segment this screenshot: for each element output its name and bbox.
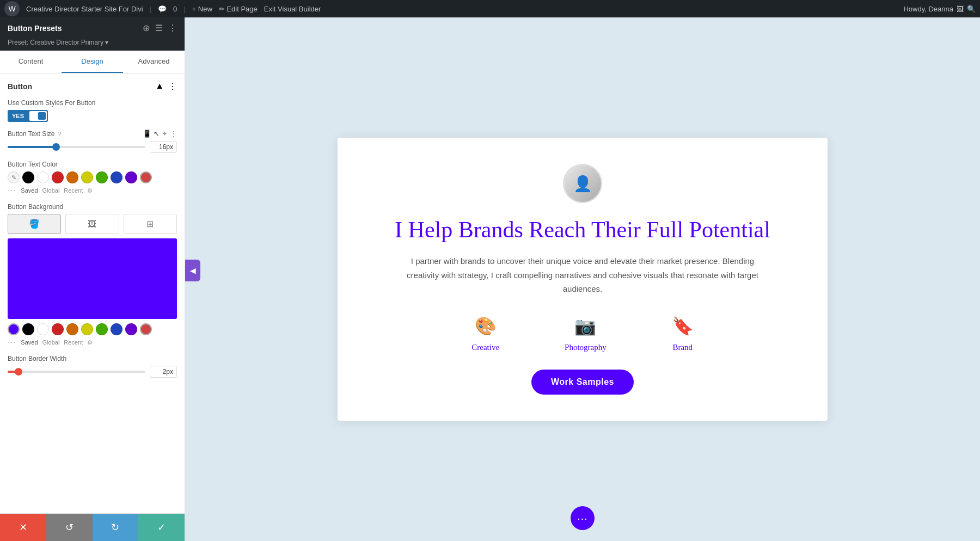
text-color-saved[interactable]: Saved bbox=[21, 187, 38, 194]
tab-design[interactable]: Design bbox=[62, 51, 123, 73]
preset-label[interactable]: Preset: Creative Director Primary ▾ bbox=[8, 39, 108, 46]
button-border-width-text: Button Border Width bbox=[8, 355, 66, 362]
app-container: Button Presets ⊕ ☰ ⋮ Preset: Creative Di… bbox=[0, 0, 980, 541]
section-more-icon[interactable]: ⋮ bbox=[168, 81, 177, 91]
section-title: Button bbox=[8, 82, 32, 91]
button-background-label: Button Background bbox=[8, 203, 177, 211]
bg-swatch-yellow[interactable] bbox=[81, 323, 93, 335]
left-panel: Button Presets ⊕ ☰ ⋮ Preset: Creative Di… bbox=[0, 17, 185, 541]
text-color-cog[interactable]: ⚙ bbox=[87, 187, 93, 194]
color-swatch-blue[interactable] bbox=[111, 171, 122, 183]
save-button[interactable]: ✓ bbox=[138, 514, 185, 541]
border-slider-row bbox=[8, 366, 177, 378]
photography-icon: 📷 bbox=[574, 316, 596, 336]
eyedropper-swatch[interactable]: ✎ bbox=[8, 171, 20, 183]
bg-swatch-white[interactable] bbox=[37, 323, 49, 335]
wp-admin-bar: W Creative Director Starter Site For Div… bbox=[0, 0, 980, 17]
panel-header-icons: ⊕ ☰ ⋮ bbox=[143, 23, 177, 33]
avatar-image: 👤 bbox=[563, 164, 602, 203]
new-button[interactable]: + New bbox=[192, 5, 212, 13]
floating-dots-button[interactable]: ··· bbox=[571, 506, 595, 530]
bg-color-global[interactable]: Global bbox=[42, 339, 60, 346]
tab-advanced[interactable]: Advanced bbox=[123, 51, 185, 73]
icon-item-brand: 🔖 Brand bbox=[672, 316, 694, 352]
text-size-value-input[interactable] bbox=[150, 141, 177, 153]
search-icon[interactable]: 🔍 bbox=[967, 5, 976, 13]
creative-icon: 🎨 bbox=[475, 316, 497, 336]
exit-visual-builder-button[interactable]: Exit Visual Builder bbox=[264, 5, 321, 13]
bg-swatch-black[interactable] bbox=[22, 323, 34, 335]
border-width-value-input[interactable] bbox=[150, 366, 177, 378]
panel-content: Button ▲ ⋮ Use Custom Styles For Button … bbox=[0, 73, 185, 513]
reset-button[interactable]: ↺ bbox=[46, 514, 93, 541]
button-background-field: Button Background 🪣 🖼 ⊞ bbox=[8, 203, 177, 347]
mobile-icon[interactable]: 📱 bbox=[143, 130, 151, 138]
comment-count[interactable]: 0 bbox=[173, 5, 177, 13]
bg-type-gradient-btn[interactable]: ⊞ bbox=[124, 214, 177, 234]
panel-grid-icon[interactable]: ☰ bbox=[155, 23, 163, 33]
bg-color-meta: ··· Saved Global Recent ⚙ bbox=[8, 337, 177, 347]
button-text-size-field: Button Text Size ? 📱 ↖ ✦ ⋮ bbox=[8, 130, 177, 153]
page-preview: 👤 I Help Brands Reach Their Full Potenti… bbox=[185, 17, 980, 541]
text-color-global[interactable]: Global bbox=[42, 187, 60, 194]
button-border-width-label: Button Border Width bbox=[8, 355, 177, 362]
panel-toggle-tab[interactable]: ◀ bbox=[185, 260, 200, 281]
custom-styles-row: Use Custom Styles For Button YES bbox=[8, 99, 177, 122]
pin-icon[interactable]: ✦ bbox=[162, 130, 168, 138]
section-collapse-icon[interactable]: ▲ bbox=[155, 81, 164, 91]
bg-color-saved[interactable]: Saved bbox=[21, 339, 38, 346]
avatar: 🖼 bbox=[957, 5, 964, 13]
color-swatch-white[interactable] bbox=[37, 171, 49, 183]
tab-content[interactable]: Content bbox=[0, 51, 62, 73]
color-swatch-red[interactable] bbox=[52, 171, 64, 183]
bg-swatch-purple[interactable] bbox=[125, 323, 137, 335]
text-color-more-dots[interactable]: ··· bbox=[8, 186, 16, 195]
text-size-slider-track[interactable] bbox=[8, 146, 145, 148]
bg-swatch-red[interactable] bbox=[52, 323, 64, 335]
history-button[interactable]: ↻ bbox=[93, 514, 139, 541]
bg-swatch-custom[interactable] bbox=[140, 323, 152, 335]
bg-type-image-btn[interactable]: 🖼 bbox=[65, 214, 119, 234]
color-swatch-yellow[interactable] bbox=[81, 171, 93, 183]
section-heading: Button ▲ ⋮ bbox=[8, 81, 177, 91]
bg-swatch-purple-active[interactable] bbox=[8, 323, 20, 335]
bg-color-more-dots[interactable]: ··· bbox=[8, 337, 16, 347]
color-swatch-green[interactable] bbox=[96, 171, 108, 183]
bg-swatch-green[interactable] bbox=[96, 323, 108, 335]
bg-color-preview[interactable] bbox=[8, 238, 177, 319]
text-size-slider-fill bbox=[8, 146, 56, 148]
color-swatch-custom[interactable] bbox=[140, 171, 152, 183]
help-icon[interactable]: ? bbox=[58, 131, 62, 137]
discard-button[interactable]: ✕ bbox=[0, 514, 46, 541]
text-color-palette: ✎ bbox=[8, 171, 177, 183]
brand-icon: 🔖 bbox=[672, 316, 694, 336]
bg-color-cog[interactable]: ⚙ bbox=[87, 339, 93, 346]
border-slider-track[interactable] bbox=[8, 371, 145, 373]
color-swatch-orange[interactable] bbox=[66, 171, 78, 183]
custom-styles-toggle[interactable]: YES bbox=[8, 110, 48, 122]
bg-color-recent[interactable]: Recent bbox=[64, 339, 83, 346]
color-swatch-black[interactable] bbox=[22, 171, 34, 183]
bg-swatch-orange[interactable] bbox=[66, 323, 78, 335]
bg-type-fill-btn[interactable]: 🪣 bbox=[8, 214, 61, 234]
wp-logo-icon[interactable]: W bbox=[4, 1, 20, 16]
text-color-recent[interactable]: Recent bbox=[64, 187, 83, 194]
panel-more-icon[interactable]: ⋮ bbox=[168, 23, 177, 33]
panel-expand-icon[interactable]: ⊕ bbox=[143, 23, 150, 33]
site-name[interactable]: Creative Director Starter Site For Divi bbox=[26, 5, 143, 13]
dots-icon[interactable]: ⋮ bbox=[170, 130, 177, 138]
cta-button[interactable]: Work Samples bbox=[531, 370, 634, 395]
button-text-color-text: Button Text Color bbox=[8, 161, 58, 168]
bg-swatch-blue[interactable] bbox=[111, 323, 122, 335]
icon-item-photography: 📷 Photography bbox=[565, 316, 607, 352]
bg-type-row: 🪣 🖼 ⊞ bbox=[8, 214, 177, 234]
text-size-slider-thumb[interactable] bbox=[52, 143, 60, 151]
color-swatch-purple[interactable] bbox=[125, 171, 137, 183]
creative-label: Creative bbox=[471, 343, 499, 352]
cursor-icon[interactable]: ↖ bbox=[154, 130, 160, 138]
panel-header: Button Presets ⊕ ☰ ⋮ bbox=[0, 17, 185, 39]
tab-strip: Content Design Advanced bbox=[0, 51, 185, 73]
edit-page-button[interactable]: ✏ Edit Page bbox=[219, 5, 258, 13]
content-card: 👤 I Help Brands Reach Their Full Potenti… bbox=[338, 138, 828, 421]
border-slider-thumb[interactable] bbox=[15, 368, 22, 376]
